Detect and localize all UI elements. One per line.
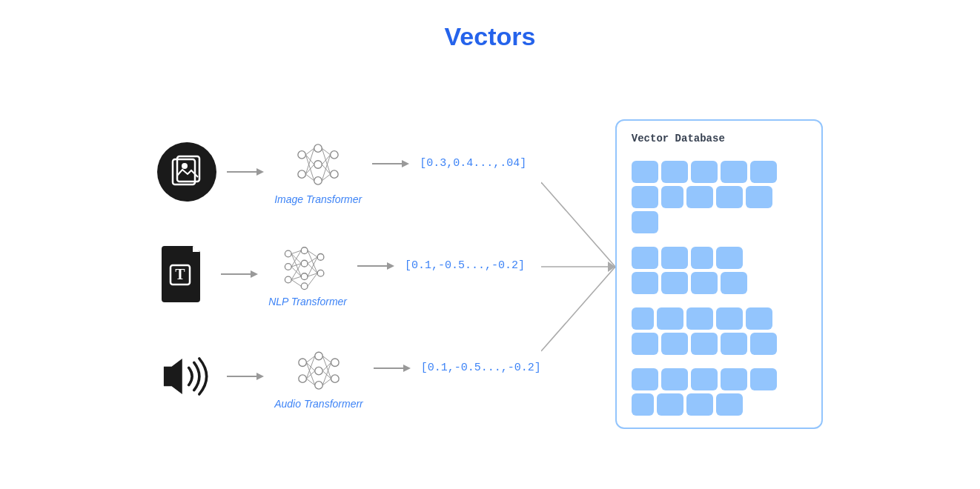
arrow-3	[221, 267, 258, 282]
vc	[691, 272, 718, 294]
vc	[632, 333, 658, 355]
svg-line-81	[541, 182, 615, 267]
svg-marker-4	[256, 168, 264, 176]
vector-audio: [0.1,-0.5...,-0.2]	[421, 362, 541, 374]
vc	[632, 211, 658, 233]
vc	[632, 307, 654, 330]
svg-point-64	[315, 381, 323, 389]
vc	[632, 393, 654, 416]
arrow-6	[374, 361, 411, 376]
vc	[657, 307, 683, 330]
vc	[686, 307, 713, 330]
svg-point-61	[299, 374, 307, 382]
vc	[657, 393, 683, 416]
vector-text: [0.1,-0.5...,-0.2]	[405, 259, 525, 272]
image-icon	[157, 142, 216, 202]
svg-point-5	[298, 150, 306, 159]
vc	[691, 368, 718, 390]
svg-line-47	[291, 279, 301, 286]
svg-text:T: T	[176, 266, 186, 282]
svg-line-15	[306, 148, 314, 174]
vc	[632, 368, 658, 390]
source-image	[157, 142, 216, 202]
vc	[750, 161, 777, 183]
vc	[686, 393, 713, 416]
vc	[691, 333, 718, 355]
svg-marker-25	[402, 160, 409, 167]
svg-point-60	[299, 359, 307, 367]
vc	[691, 247, 713, 269]
diagram-area: Image Transformer [0.3,0.4...,.04]	[15, 73, 965, 474]
vc	[746, 186, 772, 208]
vc	[632, 186, 658, 208]
svg-point-34	[301, 260, 308, 267]
svg-point-30	[285, 250, 291, 257]
vc	[721, 333, 747, 355]
transformer-nlp: NLP Transformer	[268, 241, 347, 307]
svg-line-51	[308, 263, 317, 273]
vector-row-2	[632, 247, 807, 294]
transformer-audio: Audio Transformerr	[274, 343, 363, 410]
svg-point-9	[314, 176, 322, 184]
vc	[716, 393, 743, 416]
vector-image-text: [0.3,0.4...,.04]	[420, 157, 526, 170]
vc	[721, 161, 747, 183]
vc	[661, 186, 683, 208]
vector-database: Vector Database	[615, 119, 823, 429]
svg-point-11	[331, 170, 339, 178]
arrow-1	[227, 164, 264, 179]
vc	[632, 272, 658, 294]
svg-point-2	[182, 163, 188, 169]
svg-point-63	[315, 367, 323, 375]
svg-point-35	[301, 273, 308, 279]
svg-line-83	[541, 267, 615, 351]
svg-marker-59	[256, 373, 264, 380]
audio-icon	[157, 350, 216, 402]
svg-point-36	[301, 282, 308, 289]
svg-point-6	[298, 170, 306, 178]
vc	[686, 186, 713, 208]
vc	[661, 161, 688, 183]
vc	[661, 247, 688, 269]
svg-line-19	[322, 148, 330, 174]
svg-point-33	[301, 247, 308, 253]
vc	[691, 161, 718, 183]
flow-row-text: T	[157, 241, 525, 307]
vector-db-title: Vector Database	[632, 133, 807, 144]
text-icon: T	[157, 245, 211, 304]
arrow-5	[227, 369, 264, 384]
vc	[721, 272, 747, 294]
svg-line-22	[322, 154, 330, 180]
svg-marker-29	[251, 270, 258, 278]
vc	[661, 368, 688, 390]
svg-marker-56	[387, 262, 394, 270]
svg-point-38	[317, 270, 324, 276]
svg-point-8	[314, 160, 322, 168]
arrow-2	[372, 156, 409, 171]
vc	[716, 307, 743, 330]
flow-row-image: Image Transformer [0.3,0.4...,.04]	[157, 139, 538, 205]
vc	[746, 307, 772, 330]
svg-point-7	[314, 144, 322, 152]
source-audio	[157, 350, 216, 402]
vector-row-3	[632, 307, 807, 355]
vc	[716, 186, 743, 208]
source-text: T	[157, 245, 211, 304]
svg-point-66	[331, 374, 340, 382]
svg-point-32	[285, 276, 291, 283]
converge-lines	[541, 141, 615, 393]
svg-marker-80	[403, 365, 411, 372]
vector-nlp-text: [0.1,-0.5...,-0.2]	[405, 259, 525, 272]
vector-audio-text: [0.1,-0.5...,-0.2]	[421, 362, 541, 374]
svg-line-14	[306, 154, 314, 180]
vector-row-4	[632, 368, 807, 416]
arrow-4	[357, 259, 394, 273]
svg-point-10	[331, 150, 339, 159]
transformer-image: Image Transformer	[274, 139, 362, 205]
vc	[716, 247, 743, 269]
vc	[721, 368, 747, 390]
page-title: Vectors	[445, 22, 536, 51]
transformer-nlp-label: NLP Transformer	[268, 296, 347, 307]
svg-point-31	[285, 263, 291, 270]
vc	[750, 368, 777, 390]
